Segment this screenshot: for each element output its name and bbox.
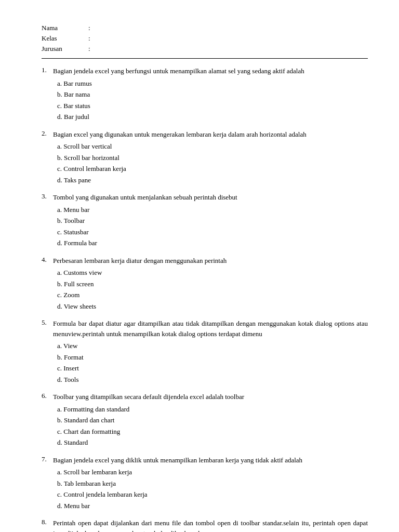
option-item: b. Scroll bar horizontal xyxy=(57,153,368,163)
question-number-row: 5.Formula bar dapat diatur agar ditampil… xyxy=(42,318,368,339)
option-item: c. Chart dan formatting xyxy=(57,427,368,437)
options-list: a. Menu barb. Toolbarc. Statusbard. Form… xyxy=(42,205,368,248)
question-number-row: 8.Perintah open dapat dijalankan dari me… xyxy=(42,518,368,532)
header-label: Jurusan xyxy=(42,45,88,53)
question-text: Tombol yang digunakan untuk menjalankan … xyxy=(53,192,368,203)
option-item: b. Standard dan chart xyxy=(57,415,368,425)
question-item: 2.Bagian excel yang digunakan untuk meng… xyxy=(42,129,368,185)
option-item: a. Scroll bar lembaran kerja xyxy=(57,467,368,477)
questions-list: 1.Bagian jendela excel yang berfungsi un… xyxy=(42,66,368,532)
header-row: Jurusan: xyxy=(42,45,368,53)
question-number-row: 3.Tombol yang digunakan untuk menjalanka… xyxy=(42,192,368,203)
option-item: c. Insert xyxy=(57,363,368,374)
question-number: 3. xyxy=(42,192,53,203)
option-item: d. Standard xyxy=(57,437,368,448)
header-label: Nama xyxy=(42,24,88,32)
option-item: c. Control jendela lembaran kerja xyxy=(57,489,368,500)
option-item: c. Zoom xyxy=(57,290,368,300)
option-item: d. Formula bar xyxy=(57,238,368,248)
option-item: b. Tab lembaran kerja xyxy=(57,478,368,489)
question-number: 5. xyxy=(42,318,53,339)
question-number-row: 6.Toolbar yang ditampilkan secara defaul… xyxy=(42,392,368,402)
option-item: a. Customs view xyxy=(57,268,368,278)
option-item: c. Bar status xyxy=(57,101,368,111)
question-item: 5.Formula bar dapat diatur agar ditampil… xyxy=(42,318,368,384)
header-colon: : xyxy=(88,34,90,43)
option-item: c. Control lembaran kerja xyxy=(57,164,368,174)
options-list: a. Bar rumusb. Bar namac. Bar statusd. B… xyxy=(42,78,368,122)
question-text: Perintah open dapat dijalankan dari menu… xyxy=(53,518,368,532)
question-number: 8. xyxy=(42,518,53,532)
question-item: 8.Perintah open dapat dijalankan dari me… xyxy=(42,518,368,532)
options-list: a. Formatting dan standardb. Standard da… xyxy=(42,404,368,448)
options-list: a. Viewb. Formatc. Insertd. Tools xyxy=(42,341,368,384)
question-item: 3.Tombol yang digunakan untuk menjalanka… xyxy=(42,192,368,248)
header-row: Kelas: xyxy=(42,34,368,43)
question-number-row: 4.Perbesaran lembaran kerja diatur denga… xyxy=(42,256,368,266)
question-text: Bagian excel yang digunakan untuk menger… xyxy=(53,129,368,140)
question-text: Toolbar yang ditampilkan secara default … xyxy=(53,392,368,402)
form-fields: Nama:Kelas:Jurusan: xyxy=(42,24,368,53)
option-item: d. View sheets xyxy=(57,301,368,312)
question-number-row: 2.Bagian excel yang digunakan untuk meng… xyxy=(42,129,368,140)
question-number: 6. xyxy=(42,392,53,402)
question-number-row: 1.Bagian jendela excel yang berfungsi un… xyxy=(42,66,368,76)
question-number: 1. xyxy=(42,66,53,76)
question-text: Formula bar dapat diatur agar ditampilka… xyxy=(53,318,368,339)
option-item: a. Menu bar xyxy=(57,205,368,215)
option-item: b. Full screen xyxy=(57,279,368,289)
option-item: b. Bar nama xyxy=(57,89,368,100)
option-item: d. Menu bar xyxy=(57,501,368,511)
header-colon: : xyxy=(88,45,90,53)
header-row: Nama: xyxy=(42,24,368,32)
question-item: 4.Perbesaran lembaran kerja diatur denga… xyxy=(42,256,368,312)
option-item: d. Bar judul xyxy=(57,112,368,122)
header-label: Kelas xyxy=(42,34,88,43)
question-text: Bagian jendela excel yang diklik untuk m… xyxy=(53,455,368,466)
question-text: Bagian jendela excel yang berfungsi untu… xyxy=(53,66,368,76)
question-item: 7.Bagian jendela excel yang diklik untuk… xyxy=(42,455,368,511)
question-item: 1.Bagian jendela excel yang berfungsi un… xyxy=(42,66,368,122)
divider xyxy=(42,58,368,59)
options-list: a. Scroll bar verticalb. Scroll bar hori… xyxy=(42,141,368,185)
options-list: a. Scroll bar lembaran kerjab. Tab lemba… xyxy=(42,467,368,511)
question-number: 4. xyxy=(42,256,53,266)
option-item: d. Taks pane xyxy=(57,175,368,185)
option-item: b. Toolbar xyxy=(57,216,368,226)
option-item: b. Format xyxy=(57,352,368,363)
option-item: d. Tools xyxy=(57,375,368,385)
header-colon: : xyxy=(88,24,90,32)
option-item: a. View xyxy=(57,341,368,351)
option-item: a. Scroll bar vertical xyxy=(57,141,368,152)
question-item: 6.Toolbar yang ditampilkan secara defaul… xyxy=(42,392,368,448)
question-number: 7. xyxy=(42,455,53,466)
question-number-row: 7.Bagian jendela excel yang diklik untuk… xyxy=(42,455,368,466)
question-number: 2. xyxy=(42,129,53,140)
question-text: Perbesaran lembaran kerja diatur dengan … xyxy=(53,256,368,266)
option-item: a. Formatting dan standard xyxy=(57,404,368,415)
option-item: a. Bar rumus xyxy=(57,78,368,89)
options-list: a. Customs viewb. Full screenc. Zoomd. V… xyxy=(42,268,368,311)
option-item: c. Statusbar xyxy=(57,227,368,237)
